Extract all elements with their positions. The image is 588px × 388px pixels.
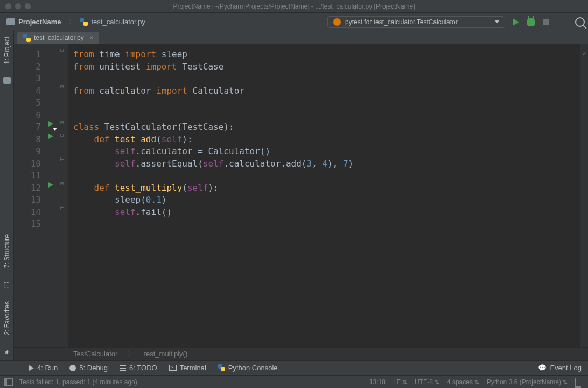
- main-toolbar: ProjectName 〉 test_calculator.py pytest …: [0, 13, 588, 31]
- line-number: 11: [14, 170, 41, 182]
- editor-tabs: test_calculator.py ×: [14, 31, 588, 44]
- editor-area: test_calculator.py × 1 2 3 4 5 6 7 8 9 1…: [14, 31, 588, 360]
- stop-button[interactable]: [543, 19, 549, 25]
- fold-marker[interactable]: ⊟: [60, 120, 65, 125]
- editor-tab-test-calculator[interactable]: test_calculator.py ×: [17, 32, 99, 44]
- fold-marker[interactable]: ⊟: [60, 47, 65, 52]
- breadcrumb-file-label: test_calculator.py: [91, 18, 145, 26]
- toggle-tool-windows-icon[interactable]: [4, 378, 13, 386]
- breadcrumb-file[interactable]: test_calculator.py: [80, 18, 145, 26]
- status-bar: Tests failed: 1, passed: 1 (4 minutes ag…: [0, 375, 588, 388]
- line-separator[interactable]: LF: [393, 378, 407, 386]
- fold-marker[interactable]: ⊟: [60, 181, 65, 186]
- line-number: 6: [14, 109, 41, 122]
- terminal-tool-window-tab[interactable]: Terminal: [169, 364, 206, 372]
- structure-icon: ⬚: [3, 282, 11, 288]
- python-console-tool-window-tab[interactable]: Python Console: [218, 364, 278, 372]
- line-number: 3: [14, 73, 41, 85]
- project-tool-window-tab[interactable]: 1: Project: [2, 33, 12, 67]
- todo-tool-window-tab[interactable]: 6: TODO: [120, 364, 157, 372]
- lock-icon[interactable]: [575, 378, 576, 386]
- line-number: 13: [14, 194, 41, 206]
- event-log-icon: 💬: [538, 364, 547, 372]
- debug-tool-window-tab[interactable]: 5: Debug: [69, 364, 108, 372]
- line-number: 15: [14, 218, 41, 231]
- fold-marker[interactable]: ⊟: [60, 84, 65, 89]
- line-number: 10: [14, 158, 41, 170]
- run-configuration-label: pytest for test_calculator.TestCalculato…: [345, 18, 491, 26]
- python-interpreter[interactable]: Python 3.6 (ProjectName): [487, 378, 568, 386]
- run-test-method-icon[interactable]: [48, 134, 53, 139]
- bottom-tool-window-bar: 4: Run 5: Debug 6: TODO Terminal Python …: [0, 360, 588, 375]
- breadcrumb-project[interactable]: ProjectName: [3, 17, 64, 27]
- structure-tool-window-tab[interactable]: 7: Structure: [2, 231, 12, 271]
- line-number: 2: [14, 61, 41, 73]
- breadcrumb-project-label: ProjectName: [18, 18, 61, 26]
- code-editor[interactable]: 1 2 3 4 5 6 7 8 9 10 11 12 13 14 15: [14, 44, 588, 347]
- line-number: 4: [14, 85, 41, 98]
- debug-button[interactable]: [527, 18, 535, 26]
- fold-marker[interactable]: ⊟: [60, 133, 65, 137]
- breadcrumb-separator: 〉: [68, 17, 75, 27]
- editor-breadcrumb: TestCalculator 〉 test_multiply(): [14, 347, 588, 360]
- python-file-icon: [23, 34, 31, 42]
- line-number: 5: [14, 97, 41, 109]
- run-tool-window-tab[interactable]: 4: Run: [29, 364, 58, 372]
- code-content[interactable]: from time import sleep from unittest imp…: [68, 44, 353, 347]
- close-tab-icon[interactable]: ×: [89, 33, 94, 42]
- structure-tab-label: 7: Structure: [3, 234, 11, 268]
- search-everywhere-button[interactable]: [575, 17, 585, 27]
- line-number: 1: [14, 48, 41, 61]
- run-test-method-icon[interactable]: [48, 182, 53, 188]
- window-titlebar: ProjectName [~/PycharmProjects/ProjectNa…: [0, 0, 588, 13]
- fold-gutter: ⊟ ⊟ ⊟ ⊟ ⊢ ⊟ ⊢: [59, 44, 68, 347]
- bug-icon: [69, 365, 76, 371]
- line-number: 8: [14, 134, 41, 146]
- favorites-tool-window-tab[interactable]: 2: Favorites: [2, 298, 12, 338]
- error-stripe[interactable]: ✓: [580, 44, 588, 347]
- indent-settings[interactable]: 4 spaces: [447, 378, 479, 386]
- caret-position[interactable]: 13:18: [369, 378, 386, 386]
- line-number: 14: [14, 206, 41, 219]
- fold-end-marker[interactable]: ⊢: [60, 205, 65, 210]
- left-tool-window-bar: 1: Project 7: Structure ⬚ 2: Favorites ★: [0, 31, 14, 360]
- line-number: 12: [14, 182, 41, 195]
- project-files-icon[interactable]: [3, 77, 11, 84]
- star-icon: ★: [3, 349, 11, 355]
- window-title: ProjectName [~/PycharmProjects/ProjectNa…: [0, 3, 588, 10]
- run-button[interactable]: [513, 18, 519, 26]
- breadcrumb-separator: 〉: [127, 349, 134, 359]
- play-icon: [29, 365, 34, 371]
- breadcrumb-method[interactable]: test_multiply(): [144, 350, 187, 358]
- folder-icon: [6, 18, 15, 25]
- file-encoding[interactable]: UTF-8: [415, 378, 439, 386]
- breadcrumb-class[interactable]: TestCalculator: [73, 350, 117, 358]
- python-file-icon: [80, 18, 88, 26]
- event-log-tool-window-tab[interactable]: 💬Event Log: [538, 364, 582, 372]
- python-icon: [218, 364, 225, 371]
- project-tab-label: 1: Project: [3, 37, 11, 64]
- analysis-ok-icon: ✓: [583, 47, 586, 60]
- status-message: Tests failed: 1, passed: 1 (4 minutes ag…: [19, 378, 137, 386]
- pytest-icon: [333, 18, 341, 26]
- navigation-breadcrumb: ProjectName 〉 test_calculator.py: [3, 17, 145, 27]
- favorites-tab-label: 2: Favorites: [3, 301, 11, 335]
- line-number: 9: [14, 146, 41, 158]
- line-number-gutter[interactable]: 1 2 3 4 5 6 7 8 9 10 11 12 13 14 15: [14, 44, 46, 347]
- list-icon: [120, 365, 126, 371]
- tab-label: test_calculator.py: [34, 34, 84, 41]
- chevron-down-icon: [495, 20, 499, 23]
- fold-end-marker[interactable]: ⊢: [60, 157, 65, 162]
- run-configuration-selector[interactable]: pytest for test_calculator.TestCalculato…: [327, 16, 505, 28]
- run-marker-gutter: [46, 44, 59, 347]
- terminal-icon: [169, 365, 177, 371]
- line-number: 7: [14, 121, 41, 134]
